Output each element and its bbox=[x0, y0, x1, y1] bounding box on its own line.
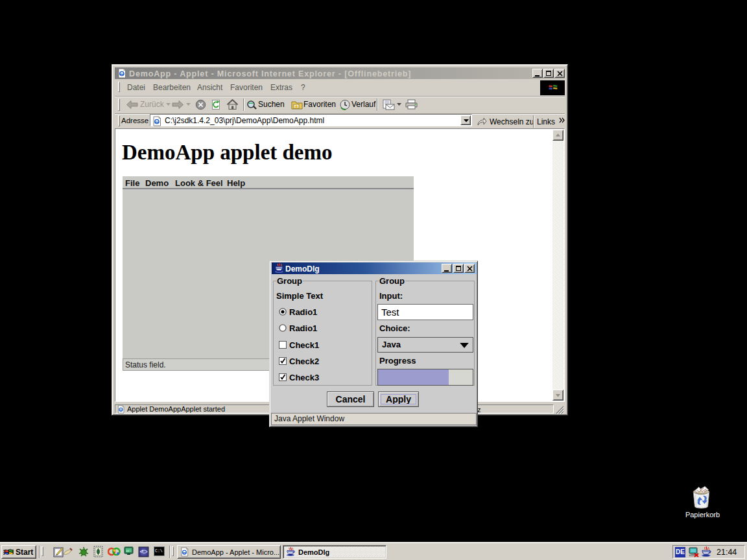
svg-text:C:\: C:\ bbox=[155, 549, 163, 554]
svg-text:tz: tz bbox=[126, 549, 129, 553]
